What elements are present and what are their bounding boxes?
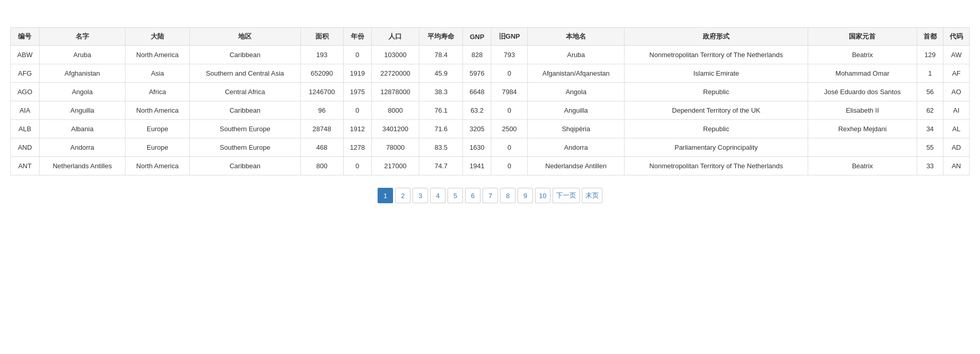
table-cell: Elisabeth II bbox=[808, 101, 917, 120]
column-header: 名字 bbox=[39, 28, 125, 46]
table-cell: 1919 bbox=[343, 64, 371, 83]
table-cell: 22720000 bbox=[371, 64, 419, 83]
table-cell: 0 bbox=[491, 64, 528, 83]
table-cell: AD bbox=[943, 138, 969, 157]
table-cell: Republic bbox=[625, 83, 808, 101]
table-header-row: 编号名字大陆地区面积年份人口平均寿命GNP旧GNP本地名政府形式国家元首首都代码 bbox=[11, 28, 970, 46]
table-cell: 78.4 bbox=[419, 46, 463, 64]
table-cell: Shqipëria bbox=[528, 120, 625, 138]
table-cell: 1278 bbox=[343, 138, 371, 157]
table-cell: 7984 bbox=[491, 83, 528, 101]
table-cell: 103000 bbox=[371, 46, 419, 64]
table-cell: 0 bbox=[343, 101, 371, 120]
table-cell: Islamic Emirate bbox=[625, 64, 808, 83]
table-cell: 55 bbox=[917, 138, 943, 157]
page-button-3[interactable]: 3 bbox=[413, 188, 428, 203]
table-cell: Angola bbox=[528, 83, 625, 101]
table-cell: ANT bbox=[11, 157, 40, 175]
page-button-9[interactable]: 9 bbox=[518, 188, 533, 203]
table-cell: Rexhep Mejdani bbox=[808, 120, 917, 138]
table-cell: Africa bbox=[126, 83, 190, 101]
table-cell: AO bbox=[943, 83, 969, 101]
table-cell: Southern Europe bbox=[189, 120, 300, 138]
table-cell: 2500 bbox=[491, 120, 528, 138]
page-button-6[interactable]: 6 bbox=[465, 188, 480, 203]
table-cell: AI bbox=[943, 101, 969, 120]
table-cell: Parliamentary Coprincipality bbox=[625, 138, 808, 157]
column-header: 面积 bbox=[300, 28, 343, 46]
table-cell: 71.6 bbox=[419, 120, 463, 138]
table-cell: 0 bbox=[491, 101, 528, 120]
page-button-1[interactable]: 1 bbox=[378, 188, 393, 203]
table-cell: 8000 bbox=[371, 101, 419, 120]
table-cell: Mohammad Omar bbox=[808, 64, 917, 83]
table-cell: 1941 bbox=[463, 157, 491, 175]
table-cell: 34 bbox=[917, 120, 943, 138]
table-row: AFGAfghanistanAsiaSouthern and Central A… bbox=[11, 64, 970, 83]
column-header: 国家元首 bbox=[808, 28, 917, 46]
table-cell: 74.7 bbox=[419, 157, 463, 175]
page-button-7[interactable]: 7 bbox=[483, 188, 498, 203]
table-cell: Andorra bbox=[528, 138, 625, 157]
table-cell: Europe bbox=[126, 120, 190, 138]
table-row: ANTNetherlands AntillesNorth AmericaCari… bbox=[11, 157, 970, 175]
table-cell: Southern Europe bbox=[189, 138, 300, 157]
table-cell: 793 bbox=[491, 46, 528, 64]
column-header: 本地名 bbox=[528, 28, 625, 46]
table-row: ABWArubaNorth AmericaCaribbean1930103000… bbox=[11, 46, 970, 64]
table-cell: 76.1 bbox=[419, 101, 463, 120]
table-cell: 83.5 bbox=[419, 138, 463, 157]
column-header: 年份 bbox=[343, 28, 371, 46]
table-cell: 1 bbox=[917, 64, 943, 83]
table-cell: AFG bbox=[11, 64, 40, 83]
table-cell: Andorra bbox=[39, 138, 125, 157]
page-button-4[interactable]: 4 bbox=[430, 188, 446, 203]
table-row: AGOAngolaAfricaCentral Africa12467001975… bbox=[11, 83, 970, 101]
column-header: 首都 bbox=[917, 28, 943, 46]
table-cell: 78000 bbox=[371, 138, 419, 157]
table-cell: 6648 bbox=[463, 83, 491, 101]
table-cell: 1975 bbox=[343, 83, 371, 101]
table-cell: 1246700 bbox=[300, 83, 343, 101]
table-cell: Southern and Central Asia bbox=[189, 64, 300, 83]
table-cell: Nonmetropolitan Territory of The Netherl… bbox=[625, 46, 808, 64]
column-header: 旧GNP bbox=[491, 28, 528, 46]
page-button-2[interactable]: 2 bbox=[395, 188, 411, 203]
table-cell: Anguilla bbox=[528, 101, 625, 120]
page-button-8[interactable]: 8 bbox=[500, 188, 515, 203]
table-cell: Beatrix bbox=[808, 157, 917, 175]
table-cell: 0 bbox=[491, 138, 528, 157]
next-page-button[interactable]: 下一页 bbox=[553, 188, 580, 203]
table-cell: José Eduardo dos Santos bbox=[808, 83, 917, 101]
pagination: 12345678910下一页末页 bbox=[10, 188, 970, 211]
page-button-5[interactable]: 5 bbox=[448, 188, 463, 203]
table-cell: ABW bbox=[11, 46, 40, 64]
table-cell: 45.9 bbox=[419, 64, 463, 83]
table-cell: 12878000 bbox=[371, 83, 419, 101]
table-cell: Caribbean bbox=[189, 46, 300, 64]
table-cell: AF bbox=[943, 64, 969, 83]
table-cell: Afghanistan bbox=[39, 64, 125, 83]
table-cell: 468 bbox=[300, 138, 343, 157]
table-cell: Caribbean bbox=[189, 101, 300, 120]
table-cell: 828 bbox=[463, 46, 491, 64]
countries-table: 编号名字大陆地区面积年份人口平均寿命GNP旧GNP本地名政府形式国家元首首都代码… bbox=[10, 27, 970, 175]
table-cell: 56 bbox=[917, 83, 943, 101]
table-cell: 96 bbox=[300, 101, 343, 120]
column-header: 政府形式 bbox=[625, 28, 808, 46]
last-page-button[interactable]: 末页 bbox=[582, 188, 602, 203]
table-cell: 3401200 bbox=[371, 120, 419, 138]
page-button-10[interactable]: 10 bbox=[535, 188, 550, 203]
table-cell: 0 bbox=[491, 157, 528, 175]
table-cell: Caribbean bbox=[189, 157, 300, 175]
table-cell: 5976 bbox=[463, 64, 491, 83]
table-cell: Europe bbox=[126, 138, 190, 157]
table-cell: AGO bbox=[11, 83, 40, 101]
table-cell: 28748 bbox=[300, 120, 343, 138]
table-cell: 193 bbox=[300, 46, 343, 64]
table-cell: Asia bbox=[126, 64, 190, 83]
table-cell: Aruba bbox=[528, 46, 625, 64]
table-cell: 0 bbox=[343, 46, 371, 64]
table-cell: Anguilla bbox=[39, 101, 125, 120]
table-cell: Netherlands Antilles bbox=[39, 157, 125, 175]
